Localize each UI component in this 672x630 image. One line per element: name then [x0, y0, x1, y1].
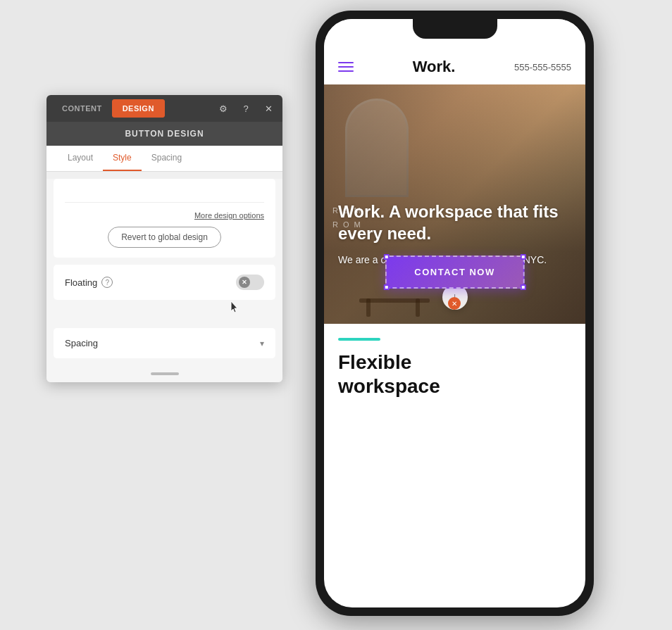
- phone-scrollable: Work. 555-555-5555: [324, 19, 585, 607]
- toggle-off-indicator: ✕: [239, 277, 250, 288]
- panel-tab-bar: CONTENT DESIGN ⚙ ? ✕: [46, 95, 282, 122]
- toggle-track: ✕: [236, 275, 264, 290]
- cursor-indicator: [230, 300, 239, 314]
- phone-notch: [413, 19, 497, 39]
- panel-icon-group: ⚙ ? ✕: [215, 100, 277, 117]
- panel-body: More design options Revert to global des…: [46, 179, 282, 382]
- chevron-down-icon: ▾: [260, 339, 264, 348]
- tab-design[interactable]: DESIGN: [112, 99, 165, 118]
- site-phone-number: 555-555-5555: [514, 62, 571, 73]
- teal-accent-line: [338, 338, 380, 341]
- design-options-link[interactable]: More design options: [65, 211, 264, 227]
- hamburger-icon[interactable]: [338, 62, 354, 72]
- floating-label-group: Floating ?: [65, 277, 113, 288]
- help-icon[interactable]: ?: [237, 100, 254, 117]
- tab-content[interactable]: CONTENT: [52, 100, 112, 117]
- contact-now-button[interactable]: CONTACT NOW: [385, 256, 524, 289]
- hero-section: R O M R O M Work. A workspace that fits …: [324, 84, 585, 324]
- content-heading-line2: workspace: [338, 374, 571, 398]
- toggle-switch[interactable]: ✕: [236, 275, 264, 290]
- hero-title: Work. A workspace that fits every need.: [338, 201, 571, 244]
- selection-handle-bl: [383, 284, 389, 290]
- floating-help-icon[interactable]: ?: [101, 277, 113, 288]
- site-logo: Work.: [413, 58, 456, 76]
- subtab-layout[interactable]: Layout: [58, 146, 103, 171]
- selection-handle-br: [521, 284, 526, 290]
- content-heading-line1: Flexible: [338, 351, 571, 374]
- panel-bottom-bar: [46, 365, 282, 382]
- drag-handle: [151, 372, 179, 375]
- spacing-accordion-label: Spacing: [65, 338, 98, 348]
- subtab-style[interactable]: Style: [103, 146, 142, 171]
- content-section: Flexible workspace: [324, 324, 585, 412]
- floating-label-text: Floating: [65, 277, 97, 288]
- design-panel: CONTENT DESIGN ⚙ ? ✕ BUTTON DESIGN Layou…: [46, 95, 282, 382]
- selection-handle-tl: [383, 254, 389, 260]
- panel-title: BUTTON DESIGN: [46, 122, 282, 146]
- floating-section: Floating ? ✕: [54, 265, 275, 300]
- floating-toggle[interactable]: ✕: [236, 275, 264, 290]
- close-icon[interactable]: ✕: [260, 100, 277, 117]
- subtab-spacing[interactable]: Spacing: [142, 146, 192, 171]
- phone-screen: Work. 555-555-5555: [324, 19, 585, 607]
- spacing-accordion: Spacing ▾: [54, 328, 275, 358]
- spacing-accordion-header[interactable]: Spacing ▾: [54, 328, 275, 358]
- selection-handle-tr: [521, 254, 526, 260]
- cta-close-button[interactable]: ✕: [448, 297, 461, 310]
- design-options-section: More design options Revert to global des…: [54, 179, 275, 258]
- revert-global-design-button[interactable]: Revert to global design: [108, 227, 221, 248]
- phone-body: Work. 555-555-5555: [316, 11, 594, 616]
- settings-icon[interactable]: ⚙: [215, 100, 232, 117]
- phone-wrapper: Work. 555-555-5555: [316, 11, 594, 616]
- panel-subtab-bar: Layout Style Spacing: [46, 146, 282, 172]
